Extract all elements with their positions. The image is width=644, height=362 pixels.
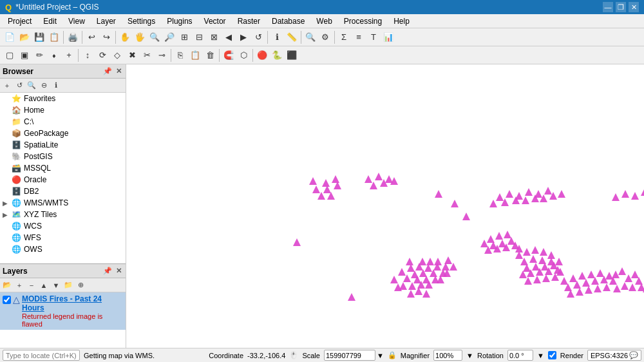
layers-up-btn[interactable]: ▲ <box>38 280 50 291</box>
print-button[interactable]: 🖨️ <box>66 30 80 44</box>
menu-item-view[interactable]: View <box>63 15 90 27</box>
browser-add-btn[interactable]: + <box>1 80 13 91</box>
zoom-selected-button[interactable]: ⊠ <box>207 30 221 44</box>
save-as-button[interactable]: 📋 <box>47 30 61 44</box>
list-button[interactable]: ≡ <box>352 30 366 44</box>
browser-item-5[interactable]: 🐘PostGIS <box>0 151 126 162</box>
browser-item-6[interactable]: 🗃️MSSQL <box>0 162 126 174</box>
rotation-input[interactable] <box>507 350 533 361</box>
refresh-button[interactable]: ↺ <box>251 30 265 44</box>
layers-group-btn[interactable]: 📁 <box>62 280 74 291</box>
search-button[interactable]: 🔍 <box>303 30 317 44</box>
menu-item-project[interactable]: Project <box>3 15 37 27</box>
browser-item-11[interactable]: 🌐WCS <box>0 220 126 232</box>
redo-button[interactable]: ↪ <box>99 30 113 44</box>
menu-item-layer[interactable]: Layer <box>91 15 121 27</box>
magnifier-input[interactable] <box>433 350 462 361</box>
zoom-full-button[interactable]: ⊞ <box>177 30 191 44</box>
browser-item-10[interactable]: ▶🗺️XYZ Tiles <box>0 209 126 220</box>
paste-button[interactable]: 📋 <box>188 48 202 62</box>
split-button[interactable]: ⊸ <box>155 48 169 62</box>
menu-item-raster[interactable]: Raster <box>232 15 265 27</box>
browser-item-4[interactable]: 🗄️SpatiaLite <box>0 139 126 151</box>
zoom-out-button[interactable]: 🔎 <box>162 30 176 44</box>
digitize-button[interactable]: 🔴 <box>255 48 269 62</box>
browser-item-7[interactable]: 🔴Oracle <box>0 174 126 186</box>
topology-button[interactable]: ⬡ <box>236 48 251 62</box>
browser-item-9[interactable]: ▶🌐WMS/WMTS <box>0 197 126 209</box>
sigma-button[interactable]: Σ <box>337 30 351 44</box>
save-project-button[interactable]: 💾 <box>32 30 46 44</box>
menu-item-plugins[interactable]: Plugins <box>162 15 197 27</box>
layers-add-btn[interactable]: + <box>14 280 25 291</box>
menu-item-web[interactable]: Web <box>311 15 337 27</box>
layer-checkbox-modis[interactable] <box>3 296 11 304</box>
identify-button[interactable]: ℹ <box>270 30 284 44</box>
minimize-button[interactable]: — <box>603 2 613 12</box>
menu-item-help[interactable]: Help <box>388 15 415 27</box>
close-button[interactable]: ✕ <box>629 2 639 12</box>
settings-button[interactable]: ⚙ <box>318 30 332 44</box>
zoom-layer-button[interactable]: ⊟ <box>192 30 206 44</box>
move-button[interactable]: ↕ <box>80 48 95 62</box>
simplify-button[interactable]: ◇ <box>110 48 124 62</box>
zoom-prev-button[interactable]: ◀ <box>222 30 236 44</box>
browser-filter-btn[interactable]: 🔍 <box>26 80 37 91</box>
browser-item-12[interactable]: 🌐WFS <box>0 232 126 243</box>
browser-item-0[interactable]: ⭐Favorites <box>0 93 126 104</box>
cut-features-button[interactable]: ✂ <box>140 48 154 62</box>
epsg-button[interactable]: EPSG:4326 💬 <box>587 350 641 361</box>
browser-item-2[interactable]: 📁C:\ <box>0 116 126 128</box>
browser-close-icon[interactable]: ✕ <box>115 66 123 76</box>
node-tool-button[interactable]: ⬧ <box>47 48 61 62</box>
measure-button[interactable]: 📏 <box>285 30 299 44</box>
browser-item-8[interactable]: 🗄️DB2 <box>0 186 126 197</box>
new-project-button[interactable]: 📄 <box>3 30 17 44</box>
scale-dropdown-icon[interactable]: ▼ <box>377 352 384 359</box>
map-area[interactable] <box>126 64 644 348</box>
browser-collapse-btn[interactable]: ⊖ <box>38 80 50 91</box>
browser-refresh-btn[interactable]: ↺ <box>14 80 25 91</box>
delete-part-button[interactable]: ✖ <box>125 48 139 62</box>
layers-close-icon[interactable]: ✕ <box>115 266 123 276</box>
open-project-button[interactable]: 📂 <box>17 30 32 44</box>
magnifier-spin-icon[interactable]: ▼ <box>466 352 473 359</box>
layers-open-btn[interactable]: 📂 <box>1 280 13 291</box>
render-checkbox[interactable] <box>548 351 556 359</box>
rotate-button[interactable]: ⟳ <box>95 48 109 62</box>
menu-item-database[interactable]: Database <box>267 15 310 27</box>
browser-item-1[interactable]: 🏠Home <box>0 104 126 116</box>
code-button[interactable]: ⬛ <box>285 48 299 62</box>
browser-item-13[interactable]: 🌐OWS <box>0 243 126 255</box>
edit-button[interactable]: ✏ <box>32 48 46 62</box>
browser-properties-btn[interactable]: ℹ <box>50 80 62 91</box>
zoom-next-button[interactable]: ▶ <box>236 30 251 44</box>
chart-button[interactable]: 📊 <box>381 30 395 44</box>
menu-item-vector[interactable]: Vector <box>199 15 231 27</box>
maximize-button[interactable]: ❐ <box>616 2 626 12</box>
copy-button[interactable]: ⎘ <box>173 48 187 62</box>
menu-item-settings[interactable]: Settings <box>122 15 160 27</box>
snapping-button[interactable]: 🧲 <box>222 48 236 62</box>
layers-float-icon[interactable]: 📌 <box>102 266 113 276</box>
zoom-in-button[interactable]: 🔍 <box>147 30 162 44</box>
menu-item-processing[interactable]: Processing <box>339 15 387 27</box>
layers-remove-btn[interactable]: − <box>26 280 37 291</box>
scale-input[interactable] <box>324 350 375 361</box>
browser-float-icon[interactable]: 📌 <box>102 66 113 76</box>
add-feature-button[interactable]: + <box>62 48 76 62</box>
browser-item-3[interactable]: 📦GeoPackage <box>0 128 126 139</box>
select-button[interactable]: ▢ <box>3 48 17 62</box>
python-button[interactable]: 🐍 <box>270 48 284 62</box>
deselect-button[interactable]: ▣ <box>17 48 32 62</box>
undo-button[interactable]: ↩ <box>84 30 99 44</box>
rotation-spin-icon[interactable]: ▼ <box>537 352 544 359</box>
pan-map-button[interactable]: 🖐️ <box>133 30 147 44</box>
layers-expand-btn[interactable]: ⊕ <box>75 280 86 291</box>
text-button[interactable]: T <box>366 30 381 44</box>
locate-input[interactable] <box>3 350 80 361</box>
delete-button[interactable]: 🗑 <box>203 48 217 62</box>
menu-item-edit[interactable]: Edit <box>38 15 62 27</box>
layer-item-modis[interactable]: △ MODIS Fires - Past 24 Hours Returned l… <box>0 292 126 330</box>
pan-button[interactable]: ✋ <box>118 30 132 44</box>
